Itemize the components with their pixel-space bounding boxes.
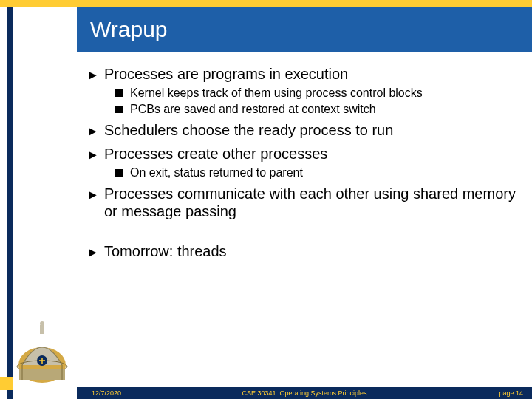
slide-title: Wrapup bbox=[90, 17, 168, 42]
square-bullet-icon bbox=[115, 169, 123, 177]
content-area: ▶Processes are programs in executionKern… bbox=[89, 61, 517, 262]
top-accent-bar bbox=[0, 0, 532, 7]
square-bullet-icon bbox=[115, 89, 123, 97]
arrow-bullet-icon: ▶ bbox=[89, 121, 97, 140]
bullet-text: Tomorrow: threads bbox=[104, 242, 227, 260]
bullet-level-1: ▶Processes are programs in execution bbox=[89, 65, 517, 84]
footer: 12/7/2020 CSE 30341: Operating Systems P… bbox=[77, 387, 532, 399]
bullet-level-1: ▶Schedulers choose the ready process to … bbox=[89, 121, 517, 140]
spacer bbox=[89, 220, 517, 238]
arrow-bullet-icon: ▶ bbox=[89, 242, 97, 262]
title-bar: Wrapup bbox=[77, 7, 532, 52]
bullet-text: PCBs are saved and restored at context s… bbox=[130, 102, 376, 117]
footer-page: page 14 bbox=[499, 389, 523, 397]
footer-date: 12/7/2020 bbox=[92, 389, 121, 397]
arrow-bullet-icon: ▶ bbox=[89, 145, 97, 164]
arrow-bullet-icon: ▶ bbox=[89, 185, 97, 204]
bullet-text: Schedulers choose the ready process to r… bbox=[104, 121, 393, 139]
bullet-level-1: ▶Processes communicate with each other u… bbox=[89, 185, 517, 220]
bullet-level-1: ▶Processes create other processes bbox=[89, 145, 517, 164]
svg-rect-2 bbox=[40, 325, 44, 334]
bullet-level-2: Kernel keeps track of them using process… bbox=[115, 86, 517, 100]
left-rail bbox=[0, 7, 77, 399]
bullet-level-2: On exit, status returned to parent bbox=[115, 166, 517, 180]
bullet-level-2: PCBs are saved and restored at context s… bbox=[115, 102, 517, 117]
yellow-box bbox=[0, 377, 13, 390]
square-bullet-icon bbox=[115, 106, 123, 113]
bullet-text: Processes create other processes bbox=[104, 145, 327, 163]
bullet-text: Processes are programs in execution bbox=[104, 65, 348, 83]
svg-point-3 bbox=[40, 321, 44, 326]
svg-rect-5 bbox=[19, 369, 65, 380]
bullet-level-1: ▶Tomorrow: threads bbox=[89, 242, 517, 262]
bullet-text: Processes communicate with each other us… bbox=[104, 185, 517, 220]
footer-course: CSE 30341: Operating Systems Principles bbox=[242, 389, 366, 397]
bullet-text: Kernel keeps track of them using process… bbox=[130, 86, 423, 100]
arrow-bullet-icon: ▶ bbox=[89, 65, 97, 84]
slide: Wrapup ▶Processes are programs in execut… bbox=[0, 0, 532, 399]
navy-strip bbox=[7, 7, 13, 399]
dome-logo bbox=[13, 321, 71, 387]
bullet-text: On exit, status returned to parent bbox=[130, 166, 303, 180]
